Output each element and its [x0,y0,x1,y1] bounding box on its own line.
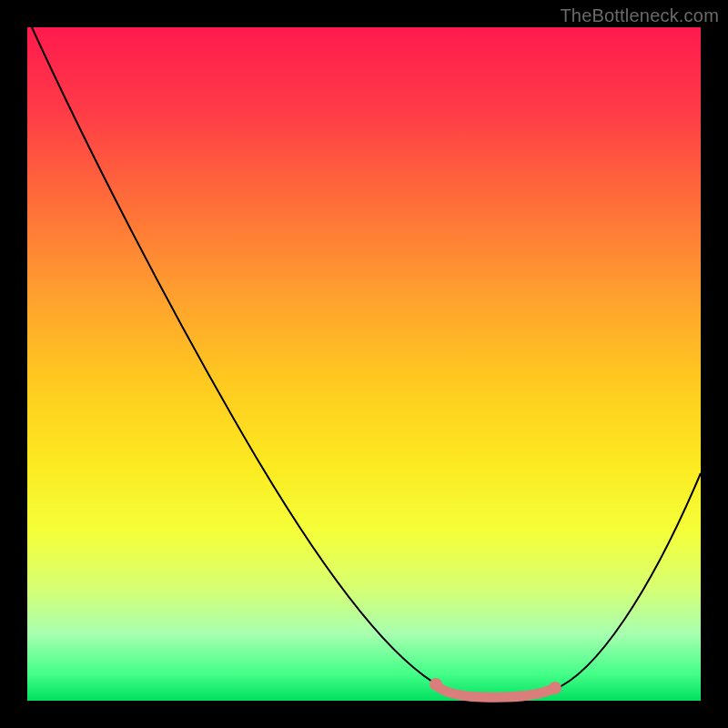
chart-frame: TheBottleneck.com [0,0,728,728]
attribution-text: TheBottleneck.com [560,5,719,26]
sweet-spot-end-dot [549,682,561,694]
sweet-spot-start-dot [430,678,442,691]
chart-svg [27,27,701,701]
bottleneck-curve-line [32,27,701,697]
sweet-spot-segment [436,684,555,697]
chart-plot-area [27,27,701,701]
